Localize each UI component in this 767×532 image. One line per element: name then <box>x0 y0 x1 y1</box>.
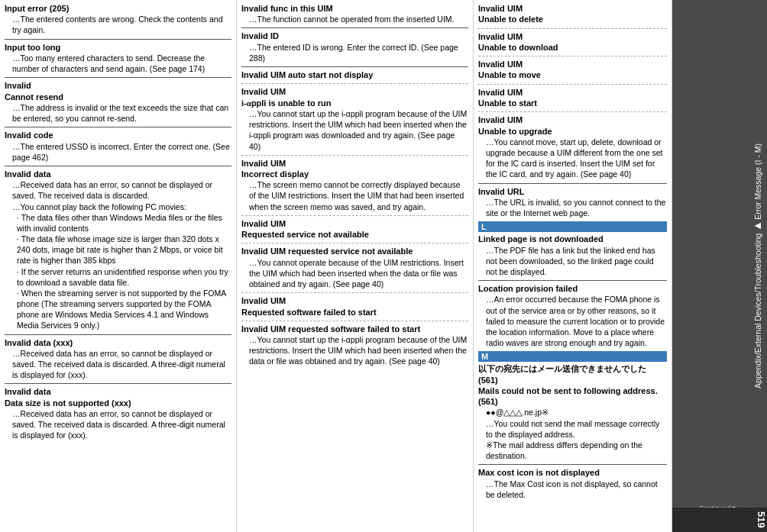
entry-title: Invalid UIM <box>241 295 468 306</box>
entry-invalid-uim-delete: Invalid UIM Unable to delete <box>478 3 667 25</box>
entry-body: …The PDF file has a link but the linked … <box>478 245 667 278</box>
entry-title: Invalid func in this UIM <box>241 3 468 14</box>
entry-invalid-uim-start: Invalid UIM Unable to start <box>478 87 667 109</box>
entry-body: …The entered ID is wrong. Enter the corr… <box>241 42 468 63</box>
entry-invalid-uim-requested-header: Invalid UIM Requested service not availa… <box>241 218 468 240</box>
entry-body: …Too many entered characters to send. De… <box>5 53 231 74</box>
entry-invalid-id: Invalid ID …The entered ID is wrong. Ent… <box>241 31 468 63</box>
entry-invalid-uim-move: Invalid UIM Unable to move <box>478 59 667 81</box>
entry-invalid-uim-auto: Invalid UIM auto start not display <box>241 69 468 80</box>
main-content: Input error (205) …The entered contents … <box>0 0 767 532</box>
entry-body-1: …Received data has an error, so cannot b… <box>5 179 231 201</box>
entry-title: Input too long <box>5 42 231 53</box>
entry-title: Invalid UIM requested service not availa… <box>241 246 468 256</box>
entry-body: …You cannot move, start up, delete, down… <box>478 137 667 180</box>
entry-subtitle: Unable to delete <box>478 14 667 24</box>
entry-invalid-data: Invalid data …Received data has an error… <box>5 169 231 331</box>
entry-input-error: Input error (205) …The entered contents … <box>5 3 231 36</box>
entry-title: Invalid UIM <box>241 86 468 97</box>
entry-subtitle: Requested software failed to start <box>241 307 468 318</box>
sidebar-label: Appendix/External Devices/Troubleshootin… <box>749 139 767 393</box>
entry-mail-cannot-send: 以下の宛先にはメール送信できませんでした (561) Mails could n… <box>478 363 667 461</box>
entry-body-6: · When the streaming server is not suppo… <box>5 288 231 331</box>
column-1: Input error (205) …The entered contents … <box>0 0 237 532</box>
entry-title: Input error (205) <box>5 3 231 14</box>
entry-invalid-uim-upgrade: Invalid UIM Unable to upgrade …You canno… <box>478 114 667 179</box>
entry-body: …The entered contents are wrong. Check t… <box>5 14 231 35</box>
entry-title: Invalid UIM <box>241 158 468 169</box>
entry-title: Invalid <box>5 80 231 91</box>
entry-subtitle: Requested service not available <box>241 229 468 240</box>
entry-body: …An error occurred because the FOMA phon… <box>478 294 667 348</box>
entry-body-2: ※The mail address differs depending on t… <box>478 440 667 461</box>
entry-invalid-code: Invalid code …The entered USSD is incorr… <box>5 130 231 163</box>
entry-title: Invalid data <box>5 169 231 179</box>
entry-subtitle: Unable to upgrade <box>478 126 667 137</box>
entry-subtitle: Cannot resend <box>5 92 231 102</box>
entry-linked-page: Linked page is not downloaded …The PDF f… <box>478 234 667 277</box>
entry-title: Invalid UIM requested software failed to… <box>241 324 468 334</box>
entry-subtitle: Incorrect display <box>241 169 468 179</box>
entry-body: …The address is invalid or the text exce… <box>5 102 231 124</box>
section-m: M <box>478 351 667 362</box>
entry-invalid-uim-oppli: Invalid UIM i-αppli is unable to run …Yo… <box>241 86 468 151</box>
entry-invalid-uim-software-body: Invalid UIM requested software failed to… <box>241 324 468 367</box>
section-l: L <box>478 221 667 232</box>
entry-body: …You cannot start up the i-αppli program… <box>241 334 468 367</box>
entry-title: Invalid UIM auto start not display <box>241 69 468 80</box>
entry-invalid-func: Invalid func in this UIM …The function c… <box>241 3 468 24</box>
entry-subtitle: Data size is not supported (xxx) <box>5 398 231 408</box>
entry-invalid-uim-requested-body: Invalid UIM requested service not availa… <box>241 246 468 289</box>
entry-subtitle: i-αppli is unable to run <box>241 98 468 108</box>
entry-title: Invalid UIM <box>478 31 667 42</box>
entry-invalid-uim-incorrect: Invalid UIM Incorrect display …The scree… <box>241 158 468 212</box>
entry-body-2: …You cannot play back the following PC m… <box>5 202 231 212</box>
entry-addr: ●●@△△△.ne.jp※ <box>478 407 667 418</box>
entry-body-4: · The data file whose image size is larg… <box>5 234 231 266</box>
entry-location-provision: Location provision failed …An error occu… <box>478 283 667 348</box>
page-number: 519 <box>749 510 767 530</box>
entry-invalid-cannot-resend: Invalid Cannot resend …The address is in… <box>5 80 231 124</box>
entry-subtitle: Unable to move <box>478 69 667 80</box>
entry-body-1: …You could not send the mail message cor… <box>478 418 667 440</box>
entry-title: Invalid ID <box>241 31 468 41</box>
entry-title: Linked page is not downloaded <box>478 234 667 244</box>
entry-title: Location provision failed <box>478 283 667 294</box>
entry-body: …You cannot operate because of the UIM r… <box>241 257 468 290</box>
column-2: Invalid func in this UIM …The function c… <box>237 0 474 532</box>
entry-invalid-data-size: Invalid data Data size is not supported … <box>5 386 231 440</box>
entry-title: Invalid UIM <box>241 218 468 229</box>
entry-title: Invalid UIM <box>478 3 667 14</box>
entry-body: …The entered USSD is incorrect. Enter th… <box>5 141 231 163</box>
entry-body: …Received data has an error, so cannot b… <box>5 408 231 441</box>
entry-subtitle: Unable to start <box>478 98 667 108</box>
entry-title: Invalid UIM <box>478 59 667 69</box>
entry-body: …The function cannot be operated from th… <box>241 14 468 24</box>
entry-title-ja: 以下の宛先にはメール送信できませんでした (561) <box>478 363 667 385</box>
entry-invalid-data-xxx: Invalid data (xxx) …Received data has an… <box>5 337 231 381</box>
entry-body: …The URL is invalid, so you cannot conne… <box>478 197 667 218</box>
entry-title: Invalid data (xxx) <box>5 337 231 348</box>
entry-body: …The Max Cost icon is not displayed, so … <box>478 479 667 500</box>
entry-body: …The screen memo cannot be correctly dis… <box>241 179 468 212</box>
entry-body-3: · The data files other than Windows Medi… <box>5 212 231 234</box>
entry-title-en: Mails could not be sent to following add… <box>478 385 667 408</box>
entry-invalid-uim-software-header: Invalid UIM Requested software failed to… <box>241 295 468 318</box>
column-3: Invalid UIM Unable to delete Invalid UIM… <box>474 0 672 532</box>
entry-subtitle: Unable to download <box>478 42 667 53</box>
entry-title: Invalid UIM <box>478 87 667 98</box>
entry-title: Max cost icon is not displayed <box>478 467 667 478</box>
entry-title: Invalid data <box>5 386 231 397</box>
entry-invalid-uim-download: Invalid UIM Unable to download <box>478 31 667 53</box>
sidebar: Appendix/External Devices/Troubleshootin… <box>672 0 767 532</box>
entry-title: Invalid URL <box>478 186 667 197</box>
entry-body: …You cannot start up the i-αppli program… <box>241 108 468 152</box>
entry-invalid-url: Invalid URL …The URL is invalid, so you … <box>478 186 667 219</box>
entry-body-5: · If the server returns an unidentified … <box>5 266 231 288</box>
entry-title: Invalid code <box>5 130 231 140</box>
entry-body: …Received data has an error, so cannot b… <box>5 348 231 381</box>
entry-max-cost-icon: Max cost icon is not displayed …The Max … <box>478 467 667 500</box>
entry-title: Invalid UIM <box>478 114 667 125</box>
entry-input-too-long: Input too long …Too many entered charact… <box>5 42 231 75</box>
